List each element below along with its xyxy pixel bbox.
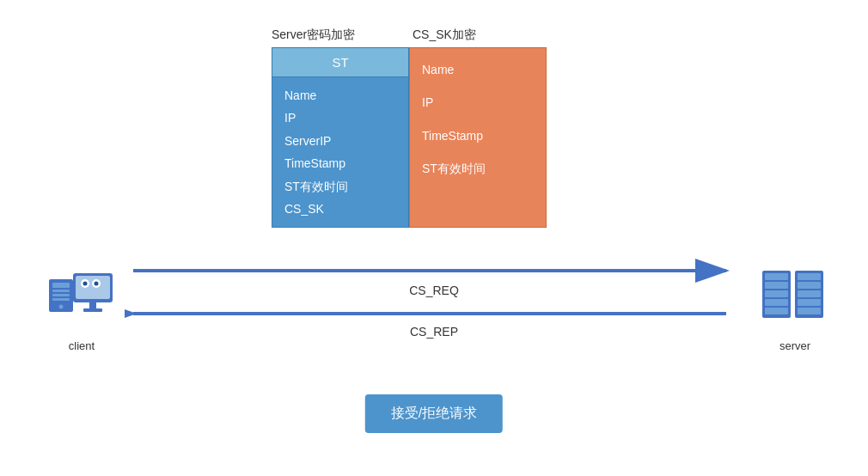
st-header: ST [272,48,408,77]
svg-rect-15 [765,273,788,280]
cs-req-label: CS_REQ [409,284,459,297]
blue-item-ip: IP [284,108,396,127]
orange-item-ip: IP [422,93,534,112]
accept-reject-button[interactable]: 接受/拒绝请求 [365,394,503,433]
svg-rect-23 [798,290,821,297]
server-svg [761,258,829,331]
blue-item-name: Name [284,86,396,105]
blue-item-serverip: ServerIP [284,131,396,150]
svg-rect-19 [765,308,788,314]
client-label: client [69,339,95,352]
svg-rect-18 [765,299,788,306]
svg-point-13 [95,282,99,286]
svg-rect-17 [765,290,788,297]
svg-rect-1 [52,283,70,288]
orange-ticket-box: Name IP TimeStamp ST有效时间 [409,47,547,228]
svg-point-12 [83,282,88,286]
server-icon-group: server [761,258,829,352]
blue-ticket-box: ST Name IP ServerIP TimeStamp ST有效时间 CS_… [272,47,409,228]
blue-item-timestamp: TimeStamp [284,154,396,173]
orange-item-name: Name [422,60,534,79]
svg-rect-4 [52,298,70,301]
cs-rep-label: CS_REP [410,325,458,339]
orange-item-st-time: ST有效时间 [422,159,534,178]
svg-rect-24 [798,299,821,306]
cs-sk-label: CS_SK加密 [413,27,476,43]
blue-item-cs-sk: CS_SK [284,199,396,218]
svg-rect-22 [798,282,821,289]
server-label: server [779,339,810,352]
svg-rect-8 [89,302,96,309]
svg-rect-2 [52,290,70,292]
orange-item-timestamp: TimeStamp [422,126,534,145]
diagram-container: Server密码加密 CS_SK加密 ST Name IP ServerIP T… [0,0,868,476]
svg-rect-25 [798,308,821,314]
svg-rect-21 [798,273,821,280]
svg-rect-16 [765,282,788,289]
client-icon-group: client [47,258,116,352]
blue-item-st-time: ST有效时间 [284,177,396,196]
server-password-label: Server密码加密 [272,27,355,43]
svg-rect-7 [76,276,110,299]
svg-rect-9 [83,308,102,312]
svg-point-5 [59,305,64,309]
client-svg [47,258,116,331]
arrows-svg [125,249,743,361]
svg-rect-3 [52,294,70,296]
